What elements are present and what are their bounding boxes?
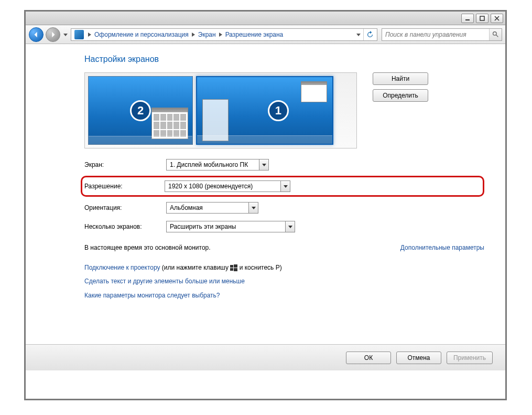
svg-rect-1 xyxy=(480,16,484,20)
display-dropdown[interactable]: 1. Дисплей мобильного ПК xyxy=(166,159,269,171)
footer-bar: ОК Отмена Применить xyxy=(26,344,505,370)
which-settings-link[interactable]: Какие параметры монитора следует выбрать… xyxy=(84,292,220,299)
chevron-down-icon xyxy=(259,159,268,170)
display-label: Экран: xyxy=(84,161,166,168)
monitor-number-1: 1 xyxy=(268,100,289,121)
breadcrumb-root-sep[interactable] xyxy=(86,29,93,40)
multiple-displays-label: Несколько экранов: xyxy=(84,223,166,230)
search-input[interactable] xyxy=(382,31,489,38)
titlebar xyxy=(26,12,505,25)
orientation-label: Ориентация: xyxy=(84,204,166,211)
resolution-row-highlight: Разрешение: 1920 x 1080 (рекомендуется) xyxy=(81,176,484,197)
monitor-number-2: 2 xyxy=(130,100,151,121)
search-button[interactable] xyxy=(489,29,502,40)
content-area: Настройки экранов 2 1 xyxy=(26,44,505,307)
page-title: Настройки экранов xyxy=(84,55,484,64)
apply-button[interactable]: Применить xyxy=(447,352,493,364)
windows-key-icon xyxy=(230,264,237,272)
address-bar[interactable]: Оформление и персонализация Экран Разреш… xyxy=(71,28,377,41)
minimize-button[interactable] xyxy=(461,14,474,23)
advanced-settings-link[interactable]: Дополнительные параметры xyxy=(400,244,484,251)
detect-button[interactable]: Найти xyxy=(373,72,428,85)
breadcrumb-1[interactable]: Оформление и персонализация xyxy=(93,31,190,38)
chevron-down-icon xyxy=(280,181,290,191)
monitor-1[interactable]: 1 xyxy=(196,76,333,145)
svg-rect-5 xyxy=(230,268,233,271)
projector-link[interactable]: Подключение к проектору xyxy=(84,264,160,271)
breadcrumb-sep-1[interactable] xyxy=(190,29,197,40)
maximize-button[interactable] xyxy=(476,14,488,23)
back-button[interactable] xyxy=(29,27,44,42)
navbar: Оформление и персонализация Экран Разреш… xyxy=(26,25,505,44)
address-dropdown[interactable] xyxy=(354,33,363,37)
breadcrumb-3[interactable]: Разрешение экрана xyxy=(224,31,285,38)
svg-rect-0 xyxy=(465,19,470,20)
breadcrumb-2[interactable]: Экран xyxy=(197,31,217,38)
window-frame: Оформление и персонализация Экран Разреш… xyxy=(24,10,507,400)
close-button[interactable] xyxy=(491,14,503,23)
breadcrumb-sep-2[interactable] xyxy=(217,29,224,40)
cancel-button[interactable]: Отмена xyxy=(396,352,441,364)
svg-rect-3 xyxy=(230,265,233,268)
ok-button[interactable]: ОК xyxy=(346,352,391,364)
monitor-preview[interactable]: 2 1 xyxy=(84,72,357,148)
control-panel-icon xyxy=(74,30,84,39)
refresh-button[interactable] xyxy=(363,28,376,41)
forward-button[interactable] xyxy=(46,27,60,42)
multiple-displays-dropdown[interactable]: Расширить эти экраны xyxy=(166,221,295,232)
svg-point-2 xyxy=(493,32,497,36)
monitor-2[interactable]: 2 xyxy=(88,76,193,145)
identify-button[interactable]: Определить xyxy=(373,89,428,102)
main-monitor-status: В настоящее время это основной монитор. xyxy=(84,244,211,251)
chevron-down-icon xyxy=(285,221,295,232)
resolution-dropdown[interactable]: 1920 x 1080 (рекомендуется) xyxy=(165,180,290,192)
text-size-link[interactable]: Сделать текст и другие элементы больше и… xyxy=(84,278,245,285)
orientation-dropdown[interactable]: Альбомная xyxy=(166,202,258,214)
chevron-down-icon xyxy=(248,203,258,213)
search-box[interactable] xyxy=(382,28,502,41)
history-dropdown[interactable] xyxy=(62,28,69,41)
resolution-label: Разрешение: xyxy=(84,183,165,190)
